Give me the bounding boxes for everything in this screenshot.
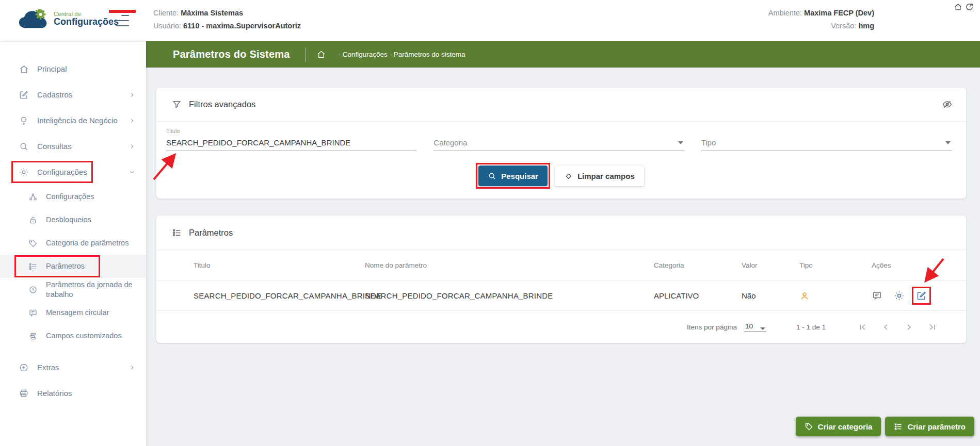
page-title: Parâmetros do Sistema: [173, 48, 290, 60]
pagination-range: 1 - 1 de 1: [796, 323, 826, 331]
search-icon: [488, 172, 496, 180]
sidebar-item-label: Consultas: [37, 142, 124, 152]
categoria-placeholder: Categoria: [433, 138, 678, 147]
parametros-card: Parâmetros Titulo Nome do parâmetro Cate…: [156, 216, 966, 343]
hide-filters-icon[interactable]: [942, 99, 953, 110]
app-logo[interactable]: Central de Configurações: [19, 8, 119, 30]
person-icon: [799, 291, 872, 301]
sidebar-item-label: Principal: [37, 64, 136, 74]
chevron-right-icon: [128, 117, 136, 124]
chevron-right-icon: [128, 364, 136, 371]
parametros-title: Parâmetros: [189, 228, 233, 238]
dropdown-caret-icon: [678, 141, 683, 144]
logo-text-line2: Configurações: [54, 17, 119, 27]
home-shortcut-icon[interactable]: [954, 3, 962, 11]
sidebar-item-configuracoes[interactable]: Configurações: [0, 159, 146, 185]
sidebar-subitem-label: Parâmetros: [46, 261, 136, 271]
items-per-page-label: Itens por página: [687, 323, 737, 331]
search-icon: [19, 141, 30, 152]
clock-icon: [28, 285, 38, 294]
titlebar-divider: [306, 47, 306, 62]
printer-icon: [19, 388, 30, 399]
cell-acoes: [872, 290, 937, 301]
sidebar-item-cadastros[interactable]: Cadastros: [0, 82, 146, 108]
sidebar-subitem-parametros-jornada[interactable]: Parâmetros da jornada de trabalho: [0, 278, 146, 301]
sidebar-item-label: Inteligência de Negócio: [37, 116, 124, 126]
edit-action-icon[interactable]: [916, 290, 927, 301]
logout-icon[interactable]: [965, 3, 974, 11]
sidebar-subitem-label: Configurações: [46, 192, 136, 201]
chevron-right-icon: [128, 91, 136, 98]
sidebar-subitem-mensagem-circular[interactable]: Mensagem circular: [0, 301, 146, 324]
table-header-row: Titulo Nome do parâmetro Categoria Valor…: [156, 250, 966, 281]
user-label: Usuário:: [153, 22, 181, 30]
tipo-placeholder: Tipo: [701, 138, 945, 147]
env-value: Maxima FECP (Dev): [804, 9, 874, 17]
stack-icon: [28, 332, 38, 341]
version-value: hmg: [858, 22, 874, 30]
filters-title: Filtros avançados: [189, 100, 255, 109]
sidebar-subitem-label: Desbloqueios: [46, 215, 136, 224]
chevron-right-icon: [128, 143, 136, 150]
sidebar-item-inteligencia-de-negocio[interactable]: Inteligência de Negócio: [0, 108, 146, 134]
limpar-campos-button[interactable]: Limpar campos: [555, 166, 644, 186]
dropdown-caret-icon: [760, 327, 765, 330]
client-value: Máxima Sistemas: [181, 9, 243, 17]
column-header-categoria: Categoria: [654, 261, 742, 269]
cloud-gear-logo-icon: [19, 8, 49, 30]
tipo-field: Tipo: [701, 128, 952, 151]
titulo-field-label: Titulo: [166, 128, 416, 135]
column-header-tipo: Tipo: [799, 261, 872, 269]
breadcrumb: - Configurações - Parâmetros do sistema: [339, 51, 465, 58]
previous-page-icon[interactable]: [881, 322, 891, 332]
filters-card: Filtros avançados Titulo Categoria: [156, 88, 966, 199]
environment-info: Ambiente: Maxima FECP (Dev) Versão: hmg: [768, 7, 874, 32]
sidebar-subitem-parametros[interactable]: Parâmetros: [0, 255, 146, 278]
sidebar-subitem-categoria-de-parametros[interactable]: Categoria de parâmetros: [0, 232, 146, 255]
nodes-icon: [28, 192, 38, 202]
gear-action-icon[interactable]: [894, 290, 905, 301]
sidebar-item-label: Configurações: [37, 168, 124, 177]
sidebar-subitem-desbloqueios[interactable]: Desbloqueios: [0, 208, 146, 232]
first-page-icon[interactable]: [858, 322, 867, 332]
sidebar-item-consultas[interactable]: Consultas: [0, 134, 146, 159]
cell-valor: Não: [742, 291, 799, 300]
sidebar: Principal Cadastros Inteligência de Negó…: [0, 41, 146, 446]
breadcrumb-home-icon[interactable]: [316, 49, 326, 59]
eraser-icon: [564, 172, 573, 180]
last-page-icon[interactable]: [927, 322, 937, 332]
sidebar-item-extras[interactable]: Extras: [0, 355, 146, 381]
main-content: Filtros avançados Titulo Categoria: [156, 68, 966, 364]
sidebar-subitem-configuracoes[interactable]: Configurações: [0, 185, 146, 208]
page-titlebar: Parâmetros do Sistema - Configurações - …: [146, 41, 980, 68]
column-header-titulo: Titulo: [194, 261, 365, 269]
plus-circle-icon: [19, 362, 30, 373]
tag-icon: [805, 422, 813, 431]
sidebar-subitem-campos-customizados[interactable]: Campos customizados: [0, 324, 146, 348]
items-per-page-select[interactable]: 10: [744, 322, 766, 332]
column-header-valor: Valor: [742, 261, 799, 269]
table-row: SEARCH_PEDIDO_FORCAR_CAMPANHA_BRINDE SEA…: [156, 281, 966, 311]
message-icon: [28, 308, 38, 318]
edit-square-icon: [19, 90, 30, 100]
chevron-down-icon: [128, 169, 136, 176]
dropdown-caret-icon: [945, 141, 951, 144]
next-page-icon[interactable]: [904, 322, 914, 332]
categoria-field: Categoria: [433, 128, 684, 151]
criar-parametro-button[interactable]: Criar parâmetro: [885, 417, 974, 436]
sidebar-item-relatorios[interactable]: Relatórios: [0, 381, 146, 406]
categoria-select[interactable]: Categoria: [433, 135, 684, 151]
list-icon: [172, 228, 182, 238]
comment-action-icon[interactable]: [872, 290, 882, 301]
home-icon: [19, 64, 30, 75]
tipo-select[interactable]: Tipo: [701, 135, 952, 151]
menu-toggle-button[interactable]: [116, 15, 129, 26]
pesquisar-button[interactable]: Pesquisar: [478, 166, 548, 186]
criar-categoria-button[interactable]: Criar categoria: [796, 417, 881, 436]
cell-nome: SEARCH_PEDIDO_FORCAR_CAMPANHA_BRINDE: [365, 291, 654, 300]
titulo-input[interactable]: [166, 135, 416, 151]
sidebar-submenu-configuracoes: Configurações Desbloqueios Categoria de …: [0, 185, 146, 348]
lightbulb-icon: [19, 115, 30, 126]
sidebar-item-principal[interactable]: Principal: [0, 56, 146, 82]
sidebar-subitem-label: Parâmetros da jornada de trabalho: [46, 280, 136, 299]
